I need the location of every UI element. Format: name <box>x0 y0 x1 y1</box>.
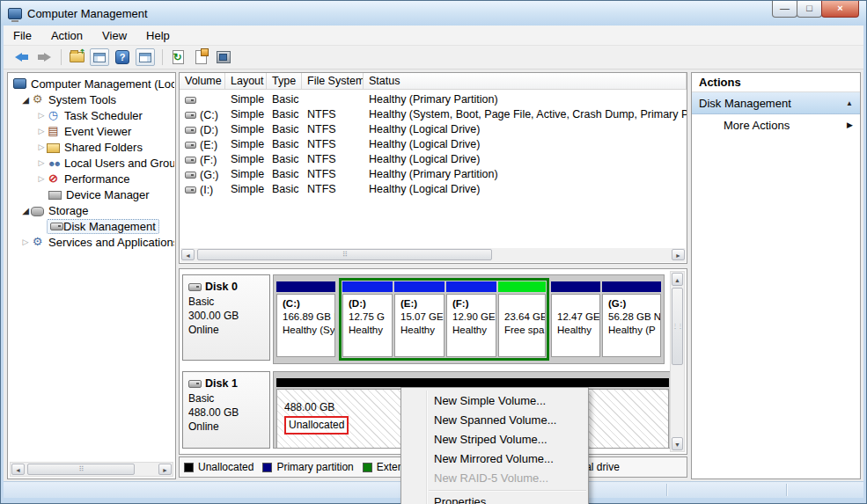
volume-icon <box>185 172 196 179</box>
tree-item-device-manager[interactable]: Device Manager <box>9 186 174 202</box>
scroll-up-icon[interactable]: ▲ <box>672 273 683 286</box>
console-tree-icon[interactable] <box>89 47 110 67</box>
partition-d[interactable]: (D:) 12.75 G Healthy <box>342 281 393 357</box>
task-scheduler-icon <box>47 109 60 121</box>
tree-item-performance[interactable]: ▷ Performance <box>9 171 174 186</box>
submenu-arrow-icon: ▶ <box>847 121 853 129</box>
volume-row[interactable]: Simple Basic Healthy (Primary Partition) <box>180 92 687 107</box>
scroll-right-icon[interactable]: ► <box>672 249 685 260</box>
users-icon <box>47 157 60 169</box>
tree-item-shared-folders[interactable]: ▷ Shared Folders <box>9 139 174 155</box>
tree-item-local-users-and-groups[interactable]: ▷ Local Users and Groups <box>9 155 174 171</box>
legend-unallocated: Unallocated <box>184 461 253 473</box>
partition-unlettered[interactable]: 12.47 GE Healthy <box>551 281 600 357</box>
expand-arrow-icon[interactable]: ▷ <box>36 111 47 120</box>
menu-separator <box>429 490 586 491</box>
partition-e[interactable]: (E:) 15.07 GE Healthy <box>394 281 445 357</box>
disk-icon <box>188 380 202 388</box>
tree-hscrollbar[interactable]: ◄ ► <box>10 462 173 477</box>
legend-swatch <box>184 463 194 472</box>
scroll-down-icon[interactable]: ▼ <box>672 437 683 450</box>
tree-item-services-and-applications[interactable]: ▷ Services and Applications <box>9 234 174 250</box>
minimize-button[interactable]: — <box>772 1 797 18</box>
disk-pane-vscrollbar[interactable]: ▲ ▼ <box>670 271 685 452</box>
volume-row[interactable]: (D:) Simple Basic NTFS Healthy (Logical … <box>180 122 687 137</box>
menu-item-new-mirrored-volume[interactable]: New Mirrored Volume... <box>401 449 588 469</box>
expand-arrow-icon[interactable]: ▷ <box>36 127 47 135</box>
scroll-left-icon[interactable]: ◄ <box>11 464 25 475</box>
tree-item-system-tools[interactable]: ◢ System Tools <box>9 91 174 107</box>
column-file-system[interactable]: File System <box>302 73 364 89</box>
extended-partition-outline: (D:) 12.75 G Healthy (E:) 15.07 GE <box>339 278 549 361</box>
scroll-thumb[interactable] <box>197 249 492 260</box>
menu-item-new-striped-volume[interactable]: New Striped Volume... <box>401 430 588 449</box>
expand-arrow-icon[interactable]: ▷ <box>36 174 47 183</box>
volume-icon <box>185 186 196 194</box>
volume-list-header: Volume Layout Type File System Status <box>180 73 687 90</box>
free-space-region[interactable]: 23.64 GE Free spa <box>498 281 546 357</box>
snap-in-icon[interactable] <box>213 47 234 67</box>
console-tree: Computer Management (Local) ◢ System Too… <box>7 72 176 479</box>
menu-item-properties[interactable]: Properties <box>401 493 588 504</box>
tree-item-event-viewer[interactable]: ▷ Event Viewer <box>9 123 174 139</box>
menu-action[interactable]: Action <box>41 26 92 45</box>
toolbar: ? <box>4 46 863 69</box>
scroll-thumb[interactable] <box>27 464 135 475</box>
device-manager-icon <box>48 191 62 200</box>
volume-row[interactable]: (G:) Simple Basic NTFS Healthy (Primary … <box>180 167 687 182</box>
unallocated-label: Unallocated <box>284 416 349 435</box>
partition-c[interactable]: (C:) 166.89 GB N Healthy (Sy <box>276 281 335 357</box>
menu-item-new-spanned-volume[interactable]: New Spanned Volume... <box>401 411 588 430</box>
back-icon[interactable] <box>11 47 32 67</box>
tree-item-storage[interactable]: ◢ Storage <box>9 202 174 218</box>
properties-icon[interactable] <box>190 47 211 67</box>
menu-view[interactable]: View <box>92 26 136 45</box>
scroll-right-icon[interactable]: ► <box>158 464 172 475</box>
performance-icon <box>47 172 60 185</box>
menu-item-new-simple-volume[interactable]: New Simple Volume... <box>401 391 588 411</box>
disk0-label[interactable]: Disk 0 Basic 300.00 GB Online <box>182 274 270 361</box>
volume-row[interactable]: (C:) Simple Basic NTFS Healthy (System, … <box>180 107 687 122</box>
collapse-arrow-icon[interactable]: ◢ <box>20 206 31 215</box>
menu-file[interactable]: File <box>4 26 41 45</box>
maximize-button[interactable]: □ <box>797 1 822 18</box>
volume-row[interactable]: (E:) Simple Basic NTFS Healthy (Logical … <box>180 137 687 152</box>
collapse-chevron-icon[interactable]: ▲ <box>846 99 853 107</box>
computer-icon <box>13 78 26 89</box>
forward-icon[interactable] <box>33 47 55 67</box>
column-layout[interactable]: Layout <box>225 73 267 89</box>
volume-row[interactable]: (I:) Simple Basic NTFS Healthy (Logical … <box>180 182 687 197</box>
column-type[interactable]: Type <box>267 73 302 89</box>
column-volume[interactable]: Volume <box>180 73 225 89</box>
actions-group-disk-management[interactable]: Disk Management ▲ <box>692 92 860 114</box>
expand-arrow-icon[interactable]: ▷ <box>36 158 47 167</box>
system-tools-icon <box>31 93 44 106</box>
close-button[interactable]: × <box>821 1 859 18</box>
legend-primary-partition: Primary partition <box>262 461 353 473</box>
help-icon[interactable]: ? <box>112 47 133 67</box>
scroll-thumb[interactable] <box>672 288 683 365</box>
column-status[interactable]: Status <box>364 73 687 89</box>
tree-item-disk-management[interactable]: Disk Management <box>9 218 174 234</box>
volume-row[interactable]: (F:) Simple Basic NTFS Healthy (Logical … <box>180 152 687 167</box>
tree-item-task-scheduler[interactable]: ▷ Task Scheduler <box>9 107 174 123</box>
menu-help[interactable]: Help <box>136 26 180 45</box>
tree-root-computer-management[interactable]: Computer Management (Local) <box>9 76 174 91</box>
volume-icon <box>185 142 196 149</box>
folder-up-icon[interactable] <box>66 47 87 67</box>
volume-list-hscrollbar[interactable]: ◄ ► <box>180 248 686 262</box>
expand-arrow-icon[interactable]: ▷ <box>36 142 47 151</box>
partition-g[interactable]: (G:) 56.28 GB N Healthy (P <box>602 281 661 357</box>
action-pane-icon[interactable] <box>135 47 156 67</box>
disk1-label[interactable]: Disk 1 Basic 488.00 GB Online <box>182 371 270 449</box>
expand-arrow-icon[interactable]: ▷ <box>20 237 31 246</box>
title-bar[interactable]: Computer Management — □ × <box>1 1 866 26</box>
partition-f[interactable]: (F:) 12.90 GE Healthy <box>446 281 496 357</box>
collapse-arrow-icon[interactable]: ◢ <box>20 95 31 105</box>
more-actions-item[interactable]: More Actions ▶ <box>692 114 860 135</box>
shared-folders-icon <box>47 143 60 153</box>
refresh-icon[interactable] <box>167 47 188 67</box>
volume-icon <box>185 157 196 164</box>
scroll-left-icon[interactable]: ◄ <box>181 249 195 260</box>
disk0-strip: (C:) 166.89 GB N Healthy (Sy (D:) 12.75 … <box>273 274 665 364</box>
